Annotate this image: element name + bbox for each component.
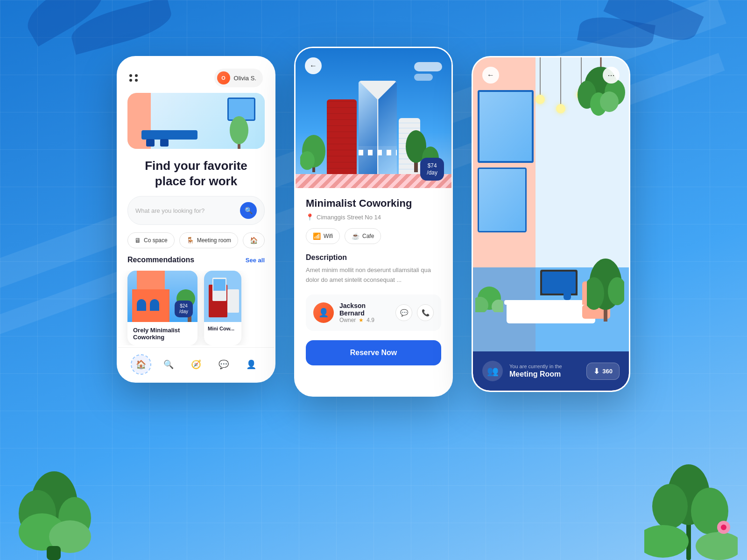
plant-bottom-left bbox=[9, 420, 103, 560]
owner-row: 👤 Jackson Bernard Owner ★ 4.9 💬 📞 bbox=[306, 294, 441, 331]
cafe-icon: ☕ bbox=[352, 232, 359, 240]
windows bbox=[473, 85, 543, 247]
call-button[interactable]: 📞 bbox=[417, 304, 434, 321]
phones-container: O Olivia S. bbox=[117, 56, 630, 397]
phone1-header: O Olivia S. bbox=[118, 57, 274, 93]
price-unit: /day bbox=[427, 169, 437, 176]
pin-icon: 📍 bbox=[306, 213, 314, 221]
svg-point-16 bbox=[230, 116, 248, 144]
price-unit-1: /day bbox=[179, 309, 188, 315]
svg-point-14 bbox=[721, 525, 726, 530]
nav-home[interactable]: 🏠 bbox=[132, 355, 150, 374]
wifi-label: Wifi bbox=[324, 233, 333, 239]
section-header: Recommendations See all bbox=[118, 256, 274, 271]
owner-avatar: 👤 bbox=[313, 302, 334, 323]
reserve-button[interactable]: Reserve Now bbox=[306, 340, 441, 365]
svg-rect-20 bbox=[213, 279, 226, 291]
place-name: Minimalist Coworking bbox=[306, 197, 441, 210]
amenity-cafe[interactable]: ☕ Cafe bbox=[345, 228, 381, 244]
room-avatar: 👥 bbox=[482, 361, 503, 381]
phone-1: O Olivia S. bbox=[117, 56, 275, 383]
owner-actions: 💬 📞 bbox=[395, 304, 434, 321]
co-space-icon: 🖥 bbox=[134, 237, 141, 244]
room-name: Meeting Room bbox=[509, 370, 580, 378]
owner-meta: Owner ★ 4.9 bbox=[339, 317, 390, 323]
bottom-nav: 🏠 🔍 🧭 💬 👤 bbox=[118, 347, 274, 381]
cafe-label: Cafe bbox=[362, 233, 374, 239]
svg-point-27 bbox=[300, 151, 315, 170]
svg-point-9 bbox=[652, 484, 688, 529]
rec-card-name-1: Orely Minimalist Coworking bbox=[133, 327, 192, 341]
svg-rect-6 bbox=[47, 546, 61, 560]
wifi-icon: 📶 bbox=[313, 232, 321, 240]
back-button[interactable]: ← bbox=[305, 57, 322, 74]
rec-card-2[interactable]: Mini Cow... bbox=[204, 271, 241, 345]
svg-point-11 bbox=[644, 525, 689, 558]
meeting-label: Meeting room bbox=[197, 237, 231, 244]
view-360-button[interactable]: ⬇ 360 bbox=[586, 363, 620, 380]
price-badge-1: $24 /day bbox=[175, 301, 193, 317]
recommendations-row: $24 /day Orely Minimalist Coworking bbox=[118, 271, 274, 345]
cactus bbox=[475, 266, 503, 314]
meeting-icon: 🪑 bbox=[186, 237, 194, 244]
phone3-top-bar: ← ··· bbox=[473, 57, 629, 93]
svg-point-33 bbox=[600, 91, 619, 112]
phone-3: ← ··· 👥 You are currently in the Meeting… bbox=[472, 56, 630, 392]
phone-2: ← $74 /day Minimalist Coworking 📍 Cimang… bbox=[294, 47, 453, 397]
nav-profile[interactable]: 👤 bbox=[242, 355, 261, 374]
owner-info: Jackson Bernard Owner ★ 4.9 bbox=[339, 302, 390, 323]
filter-row: 🖥 Co space 🪑 Meeting room 🏠 bbox=[118, 232, 274, 256]
co-space-label: Co space bbox=[144, 237, 168, 244]
search-placeholder: What are you looking for? bbox=[135, 207, 235, 214]
phone2-hero: ← $74 /day bbox=[296, 48, 451, 188]
search-button[interactable]: 🔍 bbox=[240, 202, 257, 219]
view-icon: ⬇ bbox=[593, 367, 599, 376]
rec-card-image-1: $24 /day bbox=[127, 271, 197, 322]
user-name: Olivia S. bbox=[234, 75, 256, 82]
hero-image bbox=[127, 93, 265, 149]
search-bar[interactable]: What are you looking for? 🔍 bbox=[127, 196, 265, 225]
filter-meeting-room[interactable]: 🪑 Meeting room bbox=[179, 232, 238, 248]
section-title: Recommendations bbox=[127, 256, 194, 264]
user-badge[interactable]: O Olivia S. bbox=[214, 69, 263, 87]
currently-in: You are currently in the bbox=[509, 364, 580, 369]
svg-point-12 bbox=[696, 532, 738, 560]
star-icon: ★ bbox=[359, 317, 364, 323]
phone3-hero: ← ··· bbox=[473, 57, 629, 351]
chat-button[interactable]: 💬 bbox=[395, 304, 412, 321]
back-button-3[interactable]: ← bbox=[482, 67, 499, 84]
amenities-row: 📶 Wifi ☕ Cafe bbox=[306, 228, 441, 244]
nav-search[interactable]: 🔍 bbox=[159, 355, 178, 374]
amenity-wifi[interactable]: 📶 Wifi bbox=[306, 228, 340, 244]
menu-icon[interactable] bbox=[129, 74, 139, 82]
owner-name: Jackson Bernard bbox=[339, 302, 390, 317]
rec-card-1[interactable]: $24 /day Orely Minimalist Coworking bbox=[127, 271, 197, 345]
svg-rect-21 bbox=[227, 289, 239, 313]
address-text: Cimanggis Street No 14 bbox=[317, 214, 381, 221]
main-title: Find your favorite place for work bbox=[118, 149, 274, 196]
floor-plant bbox=[587, 252, 624, 323]
nav-chat[interactable]: 💬 bbox=[214, 355, 233, 374]
phone2-content: Minimalist Coworking 📍 Cimanggis Street … bbox=[296, 188, 451, 395]
filter-co-space[interactable]: 🖥 Co space bbox=[127, 232, 175, 248]
plant-bottom-right bbox=[644, 420, 738, 560]
extra-icon: 🏠 bbox=[250, 237, 258, 244]
place-address: 📍 Cimanggis Street No 14 bbox=[306, 213, 441, 221]
rec-card-name-2: Mini Cow... bbox=[208, 326, 238, 331]
price-amount-1: $24 bbox=[179, 303, 188, 309]
nav-compass[interactable]: 🧭 bbox=[187, 355, 205, 374]
owner-rating: 4.9 bbox=[366, 317, 374, 323]
owner-role: Owner bbox=[339, 317, 356, 323]
room-info: You are currently in the Meeting Room bbox=[509, 364, 580, 378]
view-label: 360 bbox=[602, 368, 613, 375]
phone3-bottom-bar: 👥 You are currently in the Meeting Room … bbox=[473, 351, 629, 391]
more-button[interactable]: ··· bbox=[603, 67, 620, 84]
phone2-price: $74 /day bbox=[420, 158, 444, 181]
price-main: $74 bbox=[427, 162, 437, 169]
see-all-link[interactable]: See all bbox=[246, 257, 265, 264]
desc-title: Description bbox=[306, 253, 441, 262]
avatar: O bbox=[217, 71, 230, 84]
desc-text: Amet minim mollit non deserunt ullamsita… bbox=[306, 266, 441, 285]
filter-extra[interactable]: 🏠 bbox=[243, 232, 265, 248]
nav-ring bbox=[131, 354, 151, 375]
